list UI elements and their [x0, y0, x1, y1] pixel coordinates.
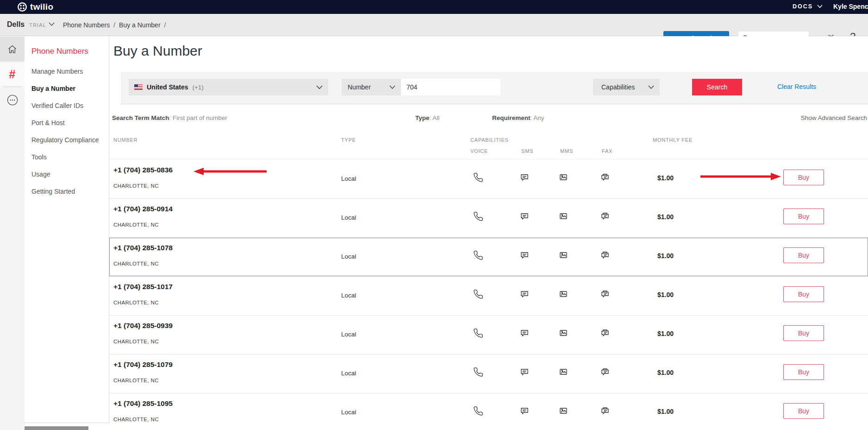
- fax-icon: [600, 172, 610, 183]
- country-name: United States: [147, 83, 188, 91]
- chevron-down-icon: [316, 85, 323, 89]
- chevron-down-icon: [389, 85, 395, 89]
- breadcrumb-buy-a-number[interactable]: Buy a Number: [119, 21, 160, 29]
- hash-icon: #: [9, 68, 16, 81]
- table-row: +1 (704) 285-0914 CHARLOTTE, NC Local: [109, 199, 868, 238]
- sidebar-item-usage[interactable]: Usage: [31, 170, 106, 179]
- sms-icon: [519, 328, 530, 338]
- voice-icon: [473, 289, 483, 299]
- breadcrumb-phone-numbers[interactable]: Phone Numbers: [63, 21, 110, 29]
- monthly-fee: $1.00: [657, 213, 674, 221]
- sidebar-item-buy-a-number[interactable]: Buy a Number: [31, 84, 106, 93]
- sidebar-item-regulatory-compliance[interactable]: Regulatory Compliance: [31, 136, 106, 145]
- fax-icon: [600, 250, 610, 260]
- table-row: +1 (704) 285-0836 CHARLOTTE, NC Local: [109, 160, 868, 199]
- type-summary: Type: All: [415, 114, 439, 121]
- more-products-nav-item[interactable]: [0, 89, 25, 112]
- twilio-logo-icon: [17, 1, 28, 13]
- buy-button[interactable]: Buy: [783, 325, 824, 341]
- table-row: +1 (704) 285-1017 CHARLOTTE, NC Local: [109, 277, 868, 316]
- number-type: Local: [341, 292, 356, 299]
- sms-icon: [519, 211, 530, 221]
- monthly-fee: $1.00: [657, 252, 674, 259]
- sidebar-item-tools[interactable]: Tools: [31, 153, 106, 162]
- mms-icon: [558, 172, 568, 183]
- mms-icon: [558, 367, 568, 377]
- main-content: Buy a Number United States (+1) Number: [109, 36, 868, 430]
- table-row: +1 (704) 285-0939 CHARLOTTE, NC Local: [109, 316, 868, 354]
- sidebar-heading[interactable]: Phone Numbers: [31, 47, 88, 56]
- phone-location: CHARLOTTE, NC: [113, 261, 159, 266]
- phone-number: +1 (704) 285-0836: [113, 166, 173, 174]
- number-type: Local: [341, 253, 356, 260]
- buy-button[interactable]: Buy: [783, 403, 824, 419]
- user-menu[interactable]: Kyle Spence: [833, 3, 868, 10]
- twilio-logo[interactable]: twilio: [17, 1, 53, 13]
- capabilities-select[interactable]: Capabilities: [593, 79, 660, 95]
- type-value: : All: [430, 114, 440, 121]
- horizontal-scrollbar-thumb[interactable]: [25, 426, 88, 430]
- sidebar-item-port-host[interactable]: Port & Host: [31, 119, 106, 127]
- sidebar-item-verified-caller-ids[interactable]: Verified Caller IDs: [31, 101, 106, 110]
- fax-icon: [600, 328, 610, 338]
- project-name[interactable]: Dells: [7, 20, 25, 29]
- ellipsis-circle-icon: [6, 94, 19, 106]
- buy-button[interactable]: Buy: [783, 209, 824, 224]
- header-mms: MMS: [560, 148, 573, 154]
- search-term-match: Search Term Match: First part of number: [112, 114, 227, 121]
- search-button[interactable]: Search: [692, 79, 742, 95]
- console-sub-bar: Dells TRIAL Phone Numbers / Buy a Number…: [0, 14, 868, 36]
- search-type-value: Number: [348, 83, 371, 91]
- rail-divider: [3, 87, 21, 87]
- monthly-fee: $1.00: [657, 174, 674, 182]
- phone-number: +1 (704) 285-1017: [113, 283, 173, 291]
- mms-icon: [558, 289, 568, 299]
- project-chevron-icon[interactable]: [49, 22, 55, 26]
- breadcrumb-separator: /: [113, 21, 115, 29]
- buy-button[interactable]: Buy: [783, 247, 824, 263]
- table-rows: +1 (704) 285-0836 CHARLOTTE, NC Local: [109, 160, 868, 430]
- phone-location: CHARLOTTE, NC: [113, 300, 159, 305]
- sidebar-item-manage-numbers[interactable]: Manage Numbers: [31, 67, 106, 76]
- phone-location: CHARLOTTE, NC: [113, 378, 159, 383]
- table-header: NUMBER TYPE CAPABILITIES MONTHLY FEE VOI…: [109, 133, 868, 159]
- header-number: NUMBER: [113, 137, 137, 143]
- buy-button[interactable]: Buy: [783, 286, 824, 302]
- sms-icon: [519, 289, 530, 299]
- requirement-summary: Requirement: Any: [492, 114, 544, 121]
- home-nav-item[interactable]: [0, 37, 25, 62]
- phone-numbers-nav-item[interactable]: #: [0, 63, 25, 86]
- phone-number: +1 (704) 285-1079: [113, 360, 173, 369]
- monthly-fee: $1.00: [657, 408, 674, 415]
- buy-button[interactable]: Buy: [783, 170, 824, 185]
- page-title: Buy a Number: [113, 43, 202, 59]
- breadcrumb-separator: /: [164, 21, 166, 29]
- voice-icon: [473, 367, 483, 377]
- mms-icon: [558, 406, 568, 416]
- table-row: +1 (704) 285-1078 CHARLOTTE, NC Local: [109, 238, 868, 277]
- mms-icon: [558, 328, 568, 338]
- voice-icon: [473, 250, 483, 260]
- number-search-input[interactable]: [401, 79, 500, 95]
- search-type-select[interactable]: Number: [342, 79, 401, 95]
- number-type: Local: [341, 331, 356, 338]
- docs-menu[interactable]: DOCS: [793, 3, 823, 10]
- buy-button[interactable]: Buy: [783, 364, 824, 380]
- number-search-form: United States (+1) Number Capabilities S…: [121, 72, 868, 104]
- sms-icon: [519, 406, 530, 416]
- monthly-fee: $1.00: [657, 330, 674, 337]
- number-type: Local: [341, 214, 356, 221]
- voice-icon: [473, 406, 483, 416]
- search-summary-row: Search Term Match: First part of number …: [109, 112, 868, 126]
- sidebar-item-getting-started[interactable]: Getting Started: [31, 187, 106, 196]
- phone-number: +1 (704) 285-0939: [113, 322, 173, 330]
- match-label: Search Term Match: [112, 114, 169, 121]
- clear-results-link[interactable]: Clear Results: [777, 83, 816, 90]
- country-select[interactable]: United States (+1): [129, 79, 328, 95]
- sms-icon: [519, 250, 530, 260]
- fax-icon: [600, 406, 610, 416]
- show-advanced-search-link[interactable]: Show Advanced Search: [801, 114, 867, 121]
- match-value: : First part of number: [169, 114, 227, 121]
- voice-icon: [473, 328, 483, 338]
- top-navigation-bar: twilio DOCS Kyle Spence: [0, 0, 868, 14]
